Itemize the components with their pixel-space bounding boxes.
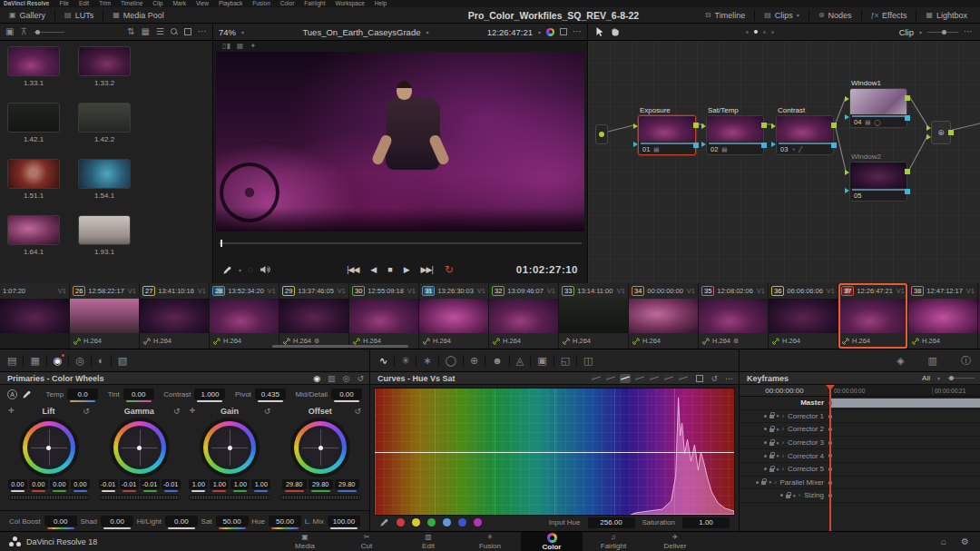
offset-master-slider[interactable] (279, 495, 361, 500)
page-tab[interactable]: ✳ Fusion (459, 532, 521, 551)
chevron-down-icon[interactable]: ▾ (239, 267, 241, 273)
viewer-zoom-level[interactable]: 74% (219, 27, 236, 37)
power-windows-icon[interactable]: ◯ (446, 356, 456, 366)
hue-preset-dot[interactable] (427, 518, 436, 526)
saturation-field[interactable]: 1.00 (682, 517, 730, 528)
curve-mode-hue-vs-lum-icon[interactable] (634, 374, 645, 383)
hue-preset-dot[interactable] (397, 518, 405, 526)
hdr-wheels-icon[interactable]: ◎ (75, 356, 84, 366)
curve-mode-sat-vs-sat-icon[interactable] (663, 374, 674, 383)
keyframe-track[interactable] (830, 449, 980, 462)
app-menu[interactable]: DaVinci Resolve (4, 0, 49, 7)
expand-icon[interactable] (560, 28, 567, 35)
keyframe-row-icons[interactable]: ♦› (780, 492, 800, 498)
curve-eyedropper-icon[interactable] (379, 517, 389, 527)
node-contrast[interactable]: Contrast 03◔ ╱ (776, 115, 834, 155)
hue-vs-sat-graph[interactable] (374, 388, 735, 516)
more-options-icon[interactable]: ⋯ (725, 374, 733, 383)
log-wheels-icon[interactable]: ◎ (343, 374, 350, 383)
node-page-dots[interactable] (746, 30, 774, 34)
keyframe-track[interactable] (830, 410, 980, 423)
node-window1[interactable]: Window1 04▤ ◯ (849, 88, 907, 128)
still-thumbnail[interactable] (7, 159, 60, 189)
gamma-color-wheel[interactable] (113, 421, 166, 474)
sort-icon[interactable]: ⇅ (127, 27, 134, 36)
clips-toggle-button[interactable]: ▤ Clips ▾ (755, 7, 808, 23)
blur-icon[interactable]: ◬ (516, 356, 524, 366)
list-view-icon[interactable]: ☰ (156, 27, 164, 36)
scrubber-playhead[interactable] (220, 240, 222, 247)
curve-mode-hue-vs-sat-icon[interactable] (620, 374, 631, 383)
crosshair-icon[interactable]: ✛ (190, 407, 196, 415)
expand-icon[interactable] (184, 28, 191, 35)
page-tab[interactable]: ▣ Media (274, 532, 336, 551)
timeline-stills-icon[interactable]: ⊼ (20, 27, 26, 36)
timeline-clip[interactable]: 31 13:26:30:03 V1 H.264 ⚙ (419, 283, 489, 349)
gallery-still[interactable]: 1.64.1 (7, 215, 78, 256)
adjust-value-field[interactable]: 0.435 (255, 389, 286, 399)
reset-icon[interactable]: ↺ (710, 374, 718, 383)
enhanced-viewer-icon[interactable]: ✦ (250, 43, 256, 50)
gallery-still[interactable]: 1.33.2 (78, 46, 149, 87)
white-balance-eyedropper-icon[interactable] (22, 389, 32, 399)
adjust-value-field[interactable]: 0.00 (123, 389, 154, 399)
adjust-value-field[interactable]: 0.00 (44, 516, 77, 526)
loop-button[interactable]: ↻ (445, 263, 454, 276)
still-thumbnail[interactable] (7, 46, 60, 76)
more-options-icon[interactable]: ⋯ (573, 27, 582, 36)
input-hue-field[interactable]: 256.00 (588, 517, 635, 528)
page-tab[interactable]: ✈ Deliver (644, 532, 706, 551)
primary-bars-icon[interactable]: ▥ (328, 374, 336, 383)
menu-item[interactable]: Timeline (121, 0, 142, 7)
keyframe-track[interactable] (830, 397, 980, 409)
reset-icon[interactable]: ↺ (354, 407, 361, 416)
grab-still-eyedropper-icon[interactable] (222, 265, 232, 275)
reset-icon[interactable]: ↺ (264, 407, 271, 416)
keyframe-row[interactable]: ♦› Master (740, 397, 980, 410)
lightbox-toggle-button[interactable]: ▦ Lightbox (916, 7, 976, 23)
menu-item[interactable]: Clip (152, 0, 162, 7)
keyframes-palette-icon[interactable]: ◈ (897, 356, 904, 366)
keyframe-row[interactable]: ♦› Corrector 1 (740, 410, 980, 424)
hue-preset-dot[interactable] (458, 518, 466, 526)
gamma-master-value[interactable]: -0.01 (99, 479, 118, 489)
gallery-still[interactable]: 1.93.1 (78, 215, 149, 256)
color-warper-icon[interactable]: ✳ (401, 356, 409, 366)
gamma-red-value[interactable]: -0.01 (120, 479, 139, 489)
timeline-clip[interactable]: 27 13:41:10:16 V1 H.264 ⚙ (140, 283, 210, 349)
expand-icon[interactable] (696, 375, 703, 382)
keyframe-row[interactable]: ♦› Corrector 5 (740, 463, 980, 477)
timeline-clip[interactable]: 35 12:08:02:06 V1 H.264 ⚙ (699, 283, 769, 349)
timeline-clip[interactable]: 34 00:00:00:00 V1 H.264 ⚙ (629, 283, 699, 349)
luts-toggle-button[interactable]: ▤ LUTs (55, 7, 103, 23)
qualifier-icon[interactable]: ∗ (423, 356, 431, 366)
reset-icon[interactable]: ↺ (173, 407, 181, 416)
clip-thumbnail[interactable] (699, 299, 768, 333)
adjust-value-field[interactable]: 1.000 (194, 389, 225, 399)
node-window2[interactable]: Window2 05 (849, 162, 907, 202)
lift-color-wheel[interactable] (23, 421, 75, 474)
gamma-blue-value[interactable]: -0.01 (162, 479, 181, 489)
more-options-icon[interactable]: ⋯ (198, 27, 207, 36)
clip-thumbnail[interactable] (0, 299, 69, 333)
menu-item[interactable]: Trim (99, 0, 111, 7)
adjust-value-field[interactable]: 100.00 (328, 516, 360, 526)
menu-item[interactable]: Mark (172, 0, 185, 7)
video-frame[interactable] (216, 52, 584, 231)
gallery-still[interactable]: 1.42.1 (7, 103, 78, 143)
still-thumbnail[interactable] (78, 159, 131, 189)
reset-icon[interactable]: ↺ (83, 407, 90, 416)
hue-preset-dot[interactable] (443, 518, 451, 526)
page-tab[interactable]: ✂ Cut (336, 532, 397, 551)
sizing-icon[interactable]: ◱ (561, 356, 570, 366)
keyframe-track[interactable] (830, 423, 980, 436)
timeline-clip[interactable]: 32 13:09:46:07 V1 H.264 ⚙ (489, 283, 559, 349)
stereo-3d-icon[interactable]: ◫ (583, 356, 593, 366)
reset-icon[interactable]: ↺ (357, 374, 364, 383)
still-thumbnail[interactable] (78, 103, 131, 133)
menu-item[interactable]: Playback (219, 0, 242, 7)
clip-thumbnail[interactable] (559, 299, 628, 333)
clip-thumbnail[interactable] (908, 299, 977, 333)
clip-thumbnail[interactable] (419, 299, 488, 333)
unmix-icon[interactable]: ◌ (248, 265, 253, 274)
